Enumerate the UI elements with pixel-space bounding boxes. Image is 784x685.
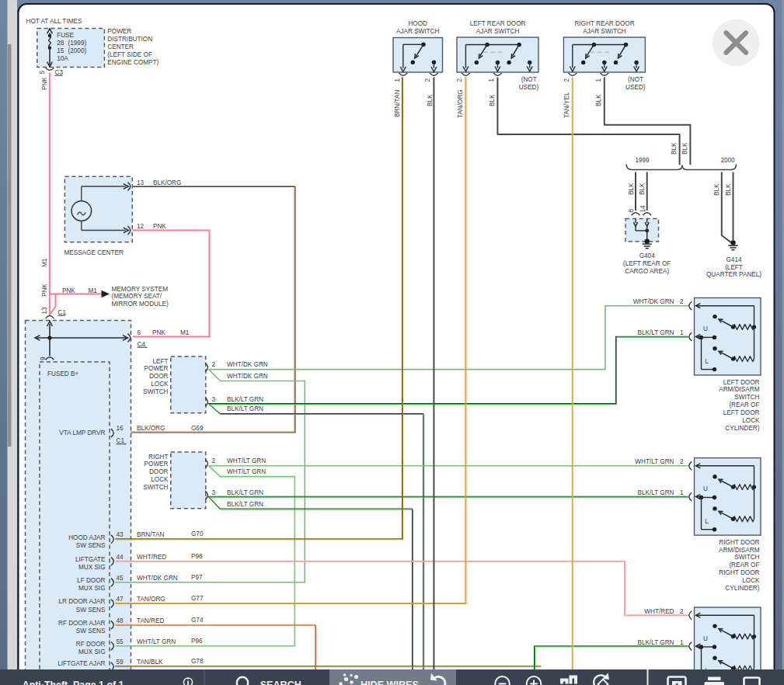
svg-text:CYLINDER): CYLINDER) (725, 425, 759, 432)
svg-text:PNK: PNK (41, 77, 48, 90)
svg-text:BLK: BLK (671, 142, 678, 155)
svg-text:5: 5 (39, 71, 46, 75)
svg-text:BLK: BLK (725, 183, 732, 196)
svg-text:WHT/LT GRN: WHT/LT GRN (227, 457, 266, 464)
svg-text:BLK: BLK (489, 94, 496, 106)
svg-text:16: 16 (117, 425, 124, 432)
svg-text:M1: M1 (180, 329, 190, 336)
svg-text:ARM/DISARM: ARM/DISARM (719, 386, 759, 393)
svg-text:TAN/ORG: TAN/ORG (137, 596, 166, 603)
svg-text:LIFTGATE: LIFTGATE (75, 556, 106, 563)
svg-text:15: 15 (57, 47, 64, 54)
svg-text:LIFTGATE AJAR: LIFTGATE AJAR (57, 660, 105, 667)
svg-text:CARGO AREA): CARGO AREA) (625, 268, 669, 275)
svg-text:(REAR OF: (REAR OF (729, 402, 759, 409)
svg-text:1999: 1999 (635, 157, 650, 164)
svg-text:G77: G77 (191, 595, 204, 602)
svg-text:P97: P97 (191, 574, 203, 581)
svg-text:L: L (705, 358, 709, 365)
svg-text:WHT/DK GRN: WHT/DK GRN (227, 361, 268, 368)
svg-text:MUX SIG: MUX SIG (78, 564, 106, 571)
svg-text:VTA LMP DRVR: VTA LMP DRVR (59, 429, 105, 436)
svg-text:BLK: BLK (628, 183, 635, 195)
svg-text:LEFT DOOR: LEFT DOOR (723, 409, 760, 416)
svg-text:BLK/ORG: BLK/ORG (153, 179, 181, 186)
svg-text:HOOD AJAR: HOOD AJAR (68, 534, 105, 541)
svg-text:13: 13 (137, 179, 145, 186)
svg-text:U: U (703, 325, 708, 332)
svg-text:U: U (703, 635, 708, 642)
svg-text:WHT/DK GRN: WHT/DK GRN (227, 373, 268, 380)
svg-text:C1: C1 (117, 437, 125, 444)
svg-text:WHT/LT GRN: WHT/LT GRN (227, 468, 266, 475)
svg-text:BLK/ORG: BLK/ORG (137, 425, 165, 432)
svg-text:HOT AT ALL TIMES: HOT AT ALL TIMES (26, 18, 82, 25)
svg-text:QUARTER PANEL): QUARTER PANEL) (706, 271, 761, 278)
svg-text:2: 2 (424, 78, 431, 82)
svg-text:59: 59 (117, 659, 124, 666)
svg-text:MUX SIG: MUX SIG (78, 585, 106, 592)
svg-text:BLK/LT GRN: BLK/LT GRN (227, 396, 263, 403)
svg-text:10A: 10A (57, 55, 68, 62)
svg-text:47: 47 (117, 596, 124, 603)
svg-text:POWER: POWER (145, 461, 169, 468)
svg-text:SWITCH: SWITCH (734, 554, 759, 561)
svg-text:12: 12 (137, 223, 145, 230)
svg-text:BLK/LT GRN: BLK/LT GRN (637, 489, 674, 496)
svg-text:9: 9 (40, 356, 47, 360)
svg-text:WHT/LT GRN: WHT/LT GRN (635, 458, 674, 465)
svg-text:P98: P98 (191, 553, 203, 560)
svg-text:44: 44 (117, 554, 124, 561)
svg-text:BLK: BLK (713, 183, 720, 196)
svg-text:WHT/DK GRN: WHT/DK GRN (137, 575, 178, 582)
svg-text:RIGHT DOOR: RIGHT DOOR (719, 539, 759, 546)
svg-text:U: U (703, 485, 708, 492)
svg-text:(REAR OF: (REAR OF (729, 562, 759, 569)
svg-text:1: 1 (680, 329, 684, 336)
svg-text:AJAR SWITCH: AJAR SWITCH (396, 28, 440, 35)
svg-text:SW SENS: SW SENS (76, 607, 106, 614)
svg-text:14: 14 (639, 205, 646, 213)
svg-text:CYLINDER): CYLINDER) (725, 585, 759, 592)
svg-text:WHT/RED: WHT/RED (137, 554, 166, 561)
svg-text:LEFT: LEFT (152, 358, 168, 365)
svg-text:LOCK: LOCK (742, 417, 760, 424)
svg-text:HIDE WIRES: HIDE WIRES (361, 680, 419, 685)
svg-text:BLK/LT GRN: BLK/LT GRN (637, 639, 674, 646)
svg-text:DOOR: DOOR (149, 468, 169, 475)
svg-text:43: 43 (117, 531, 124, 538)
svg-text:BLK: BLK (595, 94, 602, 106)
svg-text:(NOT: (NOT (628, 76, 643, 83)
svg-text:G78: G78 (191, 658, 204, 665)
svg-text:TAN/RED: TAN/RED (137, 617, 164, 624)
svg-text:(LEFT REAR OF: (LEFT REAR OF (623, 260, 671, 267)
svg-text:(1999): (1999) (68, 40, 87, 47)
svg-text:TAN/YEL: TAN/YEL (563, 92, 570, 118)
svg-text:2: 2 (212, 457, 216, 464)
svg-text:1: 1 (488, 78, 495, 82)
svg-text:2: 2 (680, 608, 684, 615)
svg-text:48: 48 (117, 617, 124, 624)
svg-text:SEARCH: SEARCH (260, 680, 301, 685)
svg-text:LR DOOR AJAR: LR DOOR AJAR (58, 598, 105, 605)
svg-text:2000: 2000 (720, 157, 735, 164)
svg-text:MESSAGE CENTER: MESSAGE CENTER (64, 249, 124, 256)
svg-text:AJAR SWITCH: AJAR SWITCH (583, 28, 626, 35)
svg-text:RIGHT: RIGHT (148, 454, 168, 461)
svg-text:WHT/RED: WHT/RED (644, 608, 674, 615)
svg-text:G69: G69 (191, 425, 204, 432)
svg-text:RIGHT REAR DOOR: RIGHT REAR DOOR (574, 20, 634, 27)
svg-text:USED): USED) (625, 84, 646, 91)
svg-text:M1: M1 (89, 287, 98, 294)
svg-text:ENGINE COMPT): ENGINE COMPT) (107, 59, 159, 66)
svg-text:LOCK: LOCK (742, 577, 760, 584)
svg-text:SWITCH: SWITCH (734, 394, 759, 401)
svg-text:SW SENS: SW SENS (76, 628, 106, 635)
svg-text:PNK: PNK (152, 329, 166, 336)
svg-text:TAN/BLK: TAN/BLK (137, 659, 163, 666)
svg-text:55: 55 (117, 638, 124, 645)
svg-text:FUSED B+: FUSED B+ (47, 370, 78, 377)
svg-text:PNK: PNK (41, 283, 48, 297)
svg-text:LOCK: LOCK (151, 381, 169, 388)
svg-text:M1: M1 (41, 258, 48, 267)
